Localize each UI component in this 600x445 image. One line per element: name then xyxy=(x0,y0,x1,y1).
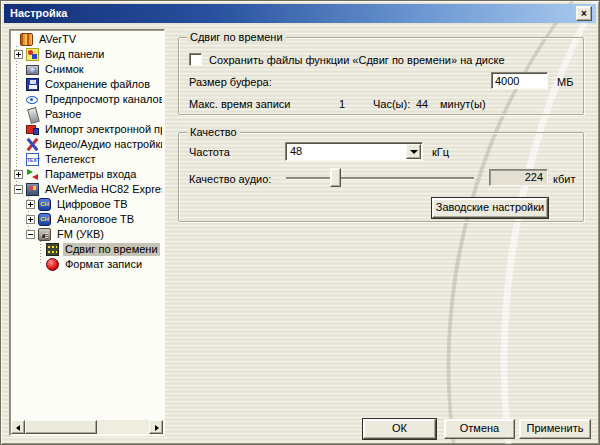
factory-settings-button[interactable]: Заводские настройки xyxy=(432,198,548,218)
tree-item[interactable]: Импорт электронной прог xyxy=(12,122,162,137)
tree-item[interactable]: Формат записи xyxy=(12,257,162,272)
save-icon xyxy=(26,78,39,91)
max-record-time-label: Макс. время записи xyxy=(189,98,291,111)
buffer-size-label: Размер буфера: xyxy=(189,76,272,89)
buffer-size-unit: МБ xyxy=(557,76,573,89)
tree-item-label: AVerMedia HC82 Express-C. xyxy=(43,183,162,196)
teletext-icon xyxy=(26,153,39,166)
misc-icon xyxy=(26,108,39,121)
tree-item-label: Сохранение файлов xyxy=(43,78,152,91)
scrollbar-track[interactable] xyxy=(97,420,149,434)
tree-item[interactable]: FM (УКВ) xyxy=(12,227,162,242)
tv-icon xyxy=(38,213,51,226)
save-timeshift-checkbox[interactable] xyxy=(189,53,202,66)
audio-quality-slider-thumb[interactable] xyxy=(330,168,341,187)
tree-item-label: Аналоговое ТВ xyxy=(55,213,136,226)
tree-item[interactable]: Разное xyxy=(12,107,162,122)
scroll-left-icon[interactable] xyxy=(11,420,25,434)
avertv-icon xyxy=(20,33,33,46)
scroll-right-icon[interactable] xyxy=(149,420,163,434)
tree-item[interactable]: Аналоговое ТВ xyxy=(12,212,162,227)
tree-item[interactable]: Видео/Аудио настройки xyxy=(12,137,162,152)
max-record-minutes-value: 44 xyxy=(416,98,428,111)
apply-button[interactable]: Применить xyxy=(519,419,591,439)
tree-item[interactable]: Сохранение файлов xyxy=(12,77,162,92)
scrollbar-thumb[interactable] xyxy=(25,420,97,434)
tree-items: AVerTVВид панелиСнимокСохранение файловП… xyxy=(12,32,162,419)
tree-item-label: Разное xyxy=(43,108,83,121)
import-icon xyxy=(26,123,39,136)
tree-item-label: Формат записи xyxy=(63,258,144,271)
tools-icon xyxy=(26,138,39,151)
frequency-label: Частота xyxy=(189,146,230,159)
titlebar: Настройка xyxy=(4,4,596,23)
save-timeshift-checkbox-label: Сохранить файлы функции «Сдвиг по времен… xyxy=(209,54,505,67)
settings-tree[interactable]: AVerTVВид панелиСнимокСохранение файловП… xyxy=(9,29,165,436)
collapse-icon[interactable] xyxy=(14,185,23,194)
close-icon[interactable]: × xyxy=(576,6,592,21)
frequency-unit: кГц xyxy=(432,146,449,159)
ok-button[interactable]: ОК xyxy=(363,419,436,439)
tree-item[interactable]: Снимок xyxy=(12,62,162,77)
panel-icon xyxy=(26,48,39,61)
quality-group-title: Качество xyxy=(187,126,240,139)
tree-item-label: Импорт электронной прог xyxy=(43,123,162,136)
expand-icon[interactable] xyxy=(14,50,23,59)
preview-icon xyxy=(26,93,39,106)
window-title: Настройка xyxy=(10,7,67,19)
tree-item-label: FM (УКВ) xyxy=(55,228,106,241)
tree-item[interactable]: Параметры входа xyxy=(12,167,162,182)
cancel-button[interactable]: Отмена xyxy=(444,419,515,439)
tree-item-label: Предпросмотр каналов xyxy=(43,93,162,106)
tree-item-label: AVerTV xyxy=(37,33,78,46)
tree-item-label: Параметры входа xyxy=(43,168,138,181)
expand-icon[interactable] xyxy=(26,200,35,209)
tree-item[interactable]: Цифровое ТВ xyxy=(12,197,162,212)
tree-item-label: Вид панели xyxy=(43,48,106,61)
tree-horizontal-scrollbar[interactable] xyxy=(11,420,163,434)
max-record-hours-label: Час(ы): xyxy=(373,98,410,111)
input-icon xyxy=(26,168,39,181)
collapse-icon[interactable] xyxy=(26,230,35,239)
audio-quality-label: Качество аудио: xyxy=(189,173,271,186)
tree-item[interactable]: AVerTV xyxy=(12,32,162,47)
record-icon xyxy=(46,258,59,271)
audio-bitrate-unit: кбит xyxy=(553,173,576,186)
tree-item[interactable]: Телетекст xyxy=(12,152,162,167)
audio-bitrate-value: 224 xyxy=(489,169,548,186)
audio-quality-slider-track[interactable] xyxy=(286,177,474,179)
chevron-down-icon[interactable] xyxy=(406,144,421,159)
max-record-minutes-label: минут(ы) xyxy=(440,98,486,111)
tree-item[interactable]: Вид панели xyxy=(12,47,162,62)
tree-item-label: Телетекст xyxy=(43,153,98,166)
tree-item-label: Снимок xyxy=(43,63,86,76)
expand-icon[interactable] xyxy=(26,215,35,224)
tree-item-label: Цифровое ТВ xyxy=(55,198,130,211)
frequency-select[interactable]: 48 xyxy=(285,142,423,161)
quality-group: Качество Частота 48 кГц Качество аудио: … xyxy=(178,132,584,222)
card-icon xyxy=(26,183,39,196)
settings-dialog: Настройка × AVerTVВид панелиСнимокСохран… xyxy=(0,0,600,445)
timeshift-group: Сдвиг по времени Сохранить файлы функции… xyxy=(178,37,584,115)
timeshift-icon xyxy=(46,243,59,256)
tree-item-label: Видео/Аудио настройки xyxy=(43,138,162,151)
buffer-size-input[interactable] xyxy=(491,72,548,89)
tree-item[interactable]: Предпросмотр каналов xyxy=(12,92,162,107)
tv-icon xyxy=(38,198,51,211)
tree-item[interactable]: Сдвиг по времени xyxy=(12,242,162,257)
snapshot-icon xyxy=(26,65,39,75)
expand-icon[interactable] xyxy=(14,170,23,179)
tree-item[interactable]: AVerMedia HC82 Express-C. xyxy=(12,182,162,197)
radio-icon xyxy=(38,228,51,241)
frequency-selected-value: 48 xyxy=(290,145,302,158)
timeshift-group-title: Сдвиг по времени xyxy=(187,31,286,44)
max-record-hours-value: 1 xyxy=(339,98,345,111)
tree-item-label: Сдвиг по времени xyxy=(63,243,160,256)
